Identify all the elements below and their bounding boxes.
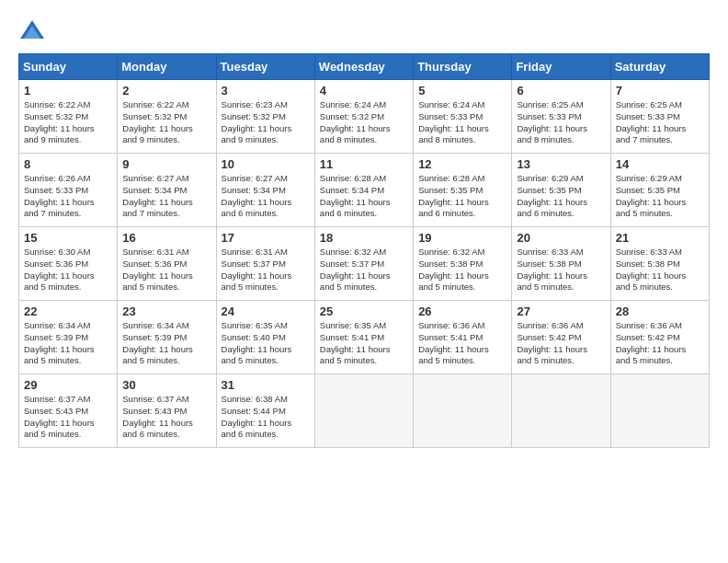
col-header-wednesday: Wednesday xyxy=(314,54,413,80)
col-header-sunday: Sunday xyxy=(19,54,118,80)
day-number: 29 xyxy=(24,378,112,392)
cell-content: Sunrise: 6:38 AMSunset: 5:44 PMDaylight:… xyxy=(222,394,310,441)
day-number: 27 xyxy=(517,304,605,318)
day-number: 31 xyxy=(222,378,310,392)
calendar-cell: 18Sunrise: 6:32 AMSunset: 5:37 PMDayligh… xyxy=(314,227,413,301)
calendar-cell: 21Sunrise: 6:33 AMSunset: 5:38 PMDayligh… xyxy=(610,227,709,301)
cell-content: Sunrise: 6:22 AMSunset: 5:32 PMDaylight:… xyxy=(24,99,112,146)
calendar-cell: 31Sunrise: 6:38 AMSunset: 5:44 PMDayligh… xyxy=(216,374,314,448)
calendar-cell: 16Sunrise: 6:31 AMSunset: 5:36 PMDayligh… xyxy=(118,227,216,301)
day-number: 18 xyxy=(320,231,408,245)
calendar-cell: 9Sunrise: 6:27 AMSunset: 5:34 PMDaylight… xyxy=(118,154,216,227)
day-number: 30 xyxy=(122,378,210,392)
cell-content: Sunrise: 6:34 AMSunset: 5:39 PMDaylight:… xyxy=(24,320,112,367)
cell-content: Sunrise: 6:37 AMSunset: 5:43 PMDaylight:… xyxy=(24,394,112,441)
cell-content: Sunrise: 6:36 AMSunset: 5:41 PMDaylight:… xyxy=(418,320,506,367)
cell-content: Sunrise: 6:25 AMSunset: 5:33 PMDaylight:… xyxy=(616,99,704,146)
calendar-cell: 12Sunrise: 6:28 AMSunset: 5:35 PMDayligh… xyxy=(414,154,512,227)
calendar-cell xyxy=(512,374,610,448)
day-number: 10 xyxy=(222,157,310,171)
calendar-cell: 29Sunrise: 6:37 AMSunset: 5:43 PMDayligh… xyxy=(19,374,118,448)
cell-content: Sunrise: 6:32 AMSunset: 5:38 PMDaylight:… xyxy=(418,247,506,293)
calendar-cell: 3Sunrise: 6:23 AMSunset: 5:32 PMDaylight… xyxy=(216,80,314,154)
day-number: 7 xyxy=(616,84,704,98)
cell-content: Sunrise: 6:22 AMSunset: 5:32 PMDaylight:… xyxy=(122,99,210,146)
day-number: 25 xyxy=(320,304,408,318)
calendar-cell: 17Sunrise: 6:31 AMSunset: 5:37 PMDayligh… xyxy=(216,227,314,301)
logo-icon xyxy=(18,18,46,44)
calendar-cell: 19Sunrise: 6:32 AMSunset: 5:38 PMDayligh… xyxy=(414,227,512,301)
calendar-cell: 6Sunrise: 6:25 AMSunset: 5:33 PMDaylight… xyxy=(512,80,610,154)
day-number: 4 xyxy=(320,84,408,98)
calendar-cell: 1Sunrise: 6:22 AMSunset: 5:32 PMDaylight… xyxy=(19,80,118,154)
day-number: 16 xyxy=(122,231,210,245)
calendar-cell: 11Sunrise: 6:28 AMSunset: 5:34 PMDayligh… xyxy=(314,154,413,227)
day-number: 28 xyxy=(616,304,704,318)
cell-content: Sunrise: 6:23 AMSunset: 5:32 PMDaylight:… xyxy=(222,99,310,146)
calendar-cell: 5Sunrise: 6:24 AMSunset: 5:33 PMDaylight… xyxy=(414,80,512,154)
day-number: 24 xyxy=(222,304,310,318)
calendar-cell: 23Sunrise: 6:34 AMSunset: 5:39 PMDayligh… xyxy=(118,301,216,374)
page-header xyxy=(18,18,710,44)
day-number: 20 xyxy=(517,231,605,245)
calendar-cell: 7Sunrise: 6:25 AMSunset: 5:33 PMDaylight… xyxy=(610,80,709,154)
day-number: 19 xyxy=(418,231,506,245)
day-number: 21 xyxy=(616,231,704,245)
col-header-thursday: Thursday xyxy=(414,54,512,80)
calendar-cell: 10Sunrise: 6:27 AMSunset: 5:34 PMDayligh… xyxy=(216,154,314,227)
cell-content: Sunrise: 6:32 AMSunset: 5:37 PMDaylight:… xyxy=(320,247,408,293)
cell-content: Sunrise: 6:29 AMSunset: 5:35 PMDaylight:… xyxy=(517,173,605,220)
day-number: 9 xyxy=(122,157,210,171)
cell-content: Sunrise: 6:33 AMSunset: 5:38 PMDaylight:… xyxy=(616,247,704,293)
calendar-cell xyxy=(610,374,709,448)
cell-content: Sunrise: 6:35 AMSunset: 5:41 PMDaylight:… xyxy=(320,320,408,367)
calendar-cell: 13Sunrise: 6:29 AMSunset: 5:35 PMDayligh… xyxy=(512,154,610,227)
cell-content: Sunrise: 6:27 AMSunset: 5:34 PMDaylight:… xyxy=(222,173,310,220)
calendar-cell: 22Sunrise: 6:34 AMSunset: 5:39 PMDayligh… xyxy=(19,301,118,374)
cell-content: Sunrise: 6:26 AMSunset: 5:33 PMDaylight:… xyxy=(24,173,112,220)
calendar-cell: 14Sunrise: 6:29 AMSunset: 5:35 PMDayligh… xyxy=(610,154,709,227)
cell-content: Sunrise: 6:24 AMSunset: 5:33 PMDaylight:… xyxy=(418,99,506,146)
cell-content: Sunrise: 6:30 AMSunset: 5:36 PMDaylight:… xyxy=(24,247,112,293)
cell-content: Sunrise: 6:25 AMSunset: 5:33 PMDaylight:… xyxy=(517,99,605,146)
day-number: 12 xyxy=(418,157,506,171)
logo xyxy=(18,18,50,44)
cell-content: Sunrise: 6:28 AMSunset: 5:34 PMDaylight:… xyxy=(320,173,408,220)
cell-content: Sunrise: 6:27 AMSunset: 5:34 PMDaylight:… xyxy=(122,173,210,220)
calendar-cell: 4Sunrise: 6:24 AMSunset: 5:32 PMDaylight… xyxy=(314,80,413,154)
calendar-cell: 24Sunrise: 6:35 AMSunset: 5:40 PMDayligh… xyxy=(216,301,314,374)
calendar-cell: 2Sunrise: 6:22 AMSunset: 5:32 PMDaylight… xyxy=(118,80,216,154)
day-number: 1 xyxy=(24,84,112,98)
day-number: 11 xyxy=(320,157,408,171)
day-number: 23 xyxy=(122,304,210,318)
day-number: 22 xyxy=(24,304,112,318)
cell-content: Sunrise: 6:37 AMSunset: 5:43 PMDaylight:… xyxy=(122,394,210,441)
calendar-cell: 30Sunrise: 6:37 AMSunset: 5:43 PMDayligh… xyxy=(118,374,216,448)
day-number: 2 xyxy=(122,84,210,98)
col-header-saturday: Saturday xyxy=(610,54,709,80)
calendar-cell: 20Sunrise: 6:33 AMSunset: 5:38 PMDayligh… xyxy=(512,227,610,301)
day-number: 14 xyxy=(616,157,704,171)
calendar-cell xyxy=(314,374,413,448)
calendar-cell: 15Sunrise: 6:30 AMSunset: 5:36 PMDayligh… xyxy=(19,227,118,301)
cell-content: Sunrise: 6:24 AMSunset: 5:32 PMDaylight:… xyxy=(320,99,408,146)
day-number: 17 xyxy=(222,231,310,245)
calendar-cell: 27Sunrise: 6:36 AMSunset: 5:42 PMDayligh… xyxy=(512,301,610,374)
calendar-cell: 8Sunrise: 6:26 AMSunset: 5:33 PMDaylight… xyxy=(19,154,118,227)
calendar-cell xyxy=(414,374,512,448)
calendar-cell: 26Sunrise: 6:36 AMSunset: 5:41 PMDayligh… xyxy=(414,301,512,374)
cell-content: Sunrise: 6:29 AMSunset: 5:35 PMDaylight:… xyxy=(616,173,704,220)
col-header-monday: Monday xyxy=(118,54,216,80)
cell-content: Sunrise: 6:34 AMSunset: 5:39 PMDaylight:… xyxy=(122,320,210,367)
day-number: 6 xyxy=(517,84,605,98)
cell-content: Sunrise: 6:33 AMSunset: 5:38 PMDaylight:… xyxy=(517,247,605,293)
day-number: 26 xyxy=(418,304,506,318)
day-number: 5 xyxy=(418,84,506,98)
col-header-tuesday: Tuesday xyxy=(216,54,314,80)
cell-content: Sunrise: 6:28 AMSunset: 5:35 PMDaylight:… xyxy=(418,173,506,220)
day-number: 8 xyxy=(24,157,112,171)
calendar-table: SundayMondayTuesdayWednesdayThursdayFrid… xyxy=(18,53,710,448)
cell-content: Sunrise: 6:31 AMSunset: 5:36 PMDaylight:… xyxy=(122,247,210,293)
day-number: 15 xyxy=(24,231,112,245)
calendar-cell: 28Sunrise: 6:36 AMSunset: 5:42 PMDayligh… xyxy=(610,301,709,374)
